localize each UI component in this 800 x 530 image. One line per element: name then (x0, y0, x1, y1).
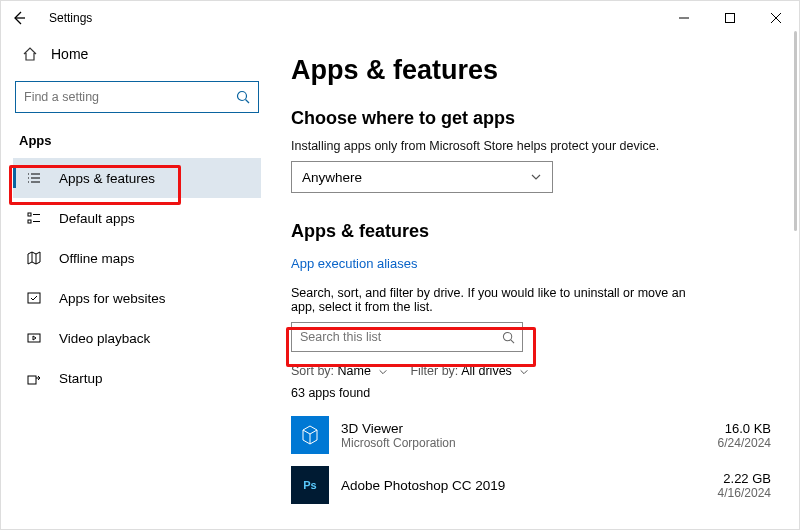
svg-rect-16 (28, 293, 40, 303)
sidebar-item-offline-maps[interactable]: Offline maps (13, 238, 261, 278)
home-nav[interactable]: Home (13, 35, 261, 73)
apps-list-search-input[interactable] (292, 330, 494, 344)
chevron-down-icon (378, 367, 388, 377)
sidebar-nav: Apps & features Default apps Offline map… (13, 158, 261, 398)
maximize-icon (725, 13, 735, 23)
section-heading-where: Choose where to get apps (291, 108, 771, 129)
section-heading-apps: Apps & features (291, 221, 771, 242)
svg-rect-17 (28, 334, 40, 342)
minimize-icon (679, 13, 689, 23)
svg-line-20 (510, 339, 513, 342)
svg-point-4 (238, 92, 247, 101)
apps-list-desc: Search, sort, and filter by drive. If yo… (291, 286, 711, 314)
svg-rect-14 (28, 220, 31, 223)
section-hint: Installing apps only from Microsoft Stor… (291, 139, 771, 153)
close-button[interactable] (753, 1, 799, 35)
dropdown-value: Anywhere (302, 170, 362, 185)
chevron-down-icon (519, 367, 529, 377)
svg-line-5 (246, 100, 250, 104)
sort-by-control[interactable]: Sort by: Name (291, 364, 388, 378)
apps-list-search[interactable] (291, 322, 523, 352)
default-apps-icon (25, 209, 43, 227)
home-label: Home (51, 46, 88, 62)
app-icon: Ps (291, 466, 329, 504)
window-title: Settings (49, 11, 92, 25)
back-button[interactable] (5, 4, 33, 32)
search-icon (228, 90, 258, 104)
app-name: 3D Viewer (341, 421, 706, 436)
settings-search-input[interactable] (16, 90, 228, 104)
back-icon (11, 10, 27, 26)
app-date: 4/16/2024 (718, 486, 771, 500)
startup-icon (25, 369, 43, 387)
sidebar-item-label: Apps for websites (59, 291, 166, 306)
websites-icon (25, 289, 43, 307)
sidebar-item-label: Default apps (59, 211, 135, 226)
app-row[interactable]: 3D Viewer Microsoft Corporation 16.0 KB … (291, 410, 771, 460)
svg-rect-18 (28, 376, 36, 384)
search-icon (494, 331, 522, 344)
maximize-button[interactable] (707, 1, 753, 35)
sidebar-item-label: Offline maps (59, 251, 135, 266)
sidebar-item-label: Startup (59, 371, 103, 386)
app-icon-text: Ps (303, 479, 316, 491)
app-row[interactable]: Ps Adobe Photoshop CC 2019 2.22 GB 4/16/… (291, 460, 771, 510)
scrollbar[interactable] (794, 31, 797, 231)
list-icon (25, 169, 43, 187)
app-name: Adobe Photoshop CC 2019 (341, 478, 706, 493)
svg-rect-12 (28, 213, 31, 216)
video-icon (25, 329, 43, 347)
filter-label: Filter by: (410, 364, 458, 378)
map-icon (25, 249, 43, 267)
app-source-dropdown[interactable]: Anywhere (291, 161, 553, 193)
app-size: 2.22 GB (718, 471, 771, 486)
chevron-down-icon (530, 171, 542, 183)
sidebar-item-apps-features[interactable]: Apps & features (13, 158, 261, 198)
filter-value: All drives (461, 364, 512, 378)
sort-value: Name (338, 364, 371, 378)
apps-count: 63 apps found (291, 386, 771, 400)
category-header: Apps (13, 125, 261, 156)
sidebar-item-label: Apps & features (59, 171, 155, 186)
sidebar-item-video-playback[interactable]: Video playback (13, 318, 261, 358)
filter-by-control[interactable]: Filter by: All drives (410, 364, 529, 378)
sort-label: Sort by: (291, 364, 334, 378)
close-icon (771, 13, 781, 23)
execution-aliases-link[interactable]: App execution aliases (291, 256, 417, 271)
sidebar-item-apps-websites[interactable]: Apps for websites (13, 278, 261, 318)
svg-rect-1 (726, 14, 735, 23)
sidebar-item-default-apps[interactable]: Default apps (13, 198, 261, 238)
minimize-button[interactable] (661, 1, 707, 35)
app-date: 6/24/2024 (718, 436, 771, 450)
home-icon (21, 45, 39, 63)
page-title: Apps & features (291, 55, 771, 86)
sidebar-item-label: Video playback (59, 331, 150, 346)
app-size: 16.0 KB (718, 421, 771, 436)
sidebar-item-startup[interactable]: Startup (13, 358, 261, 398)
app-publisher: Microsoft Corporation (341, 436, 706, 450)
app-icon (291, 416, 329, 454)
settings-search[interactable] (15, 81, 259, 113)
svg-point-19 (503, 332, 511, 340)
